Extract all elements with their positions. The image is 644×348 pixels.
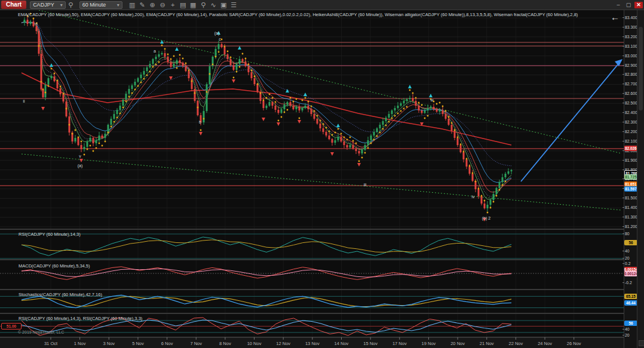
candle-body (63, 94, 65, 101)
candle-body (41, 54, 42, 90)
candle-body (239, 59, 241, 64)
indicators-icon[interactable]: ∿ (208, 1, 219, 9)
sar-dot (114, 121, 115, 123)
sar-dot (84, 154, 85, 156)
candle-body (242, 59, 244, 61)
sar-dot (116, 117, 118, 119)
candle-body (245, 61, 247, 66)
sar-dot (209, 73, 211, 75)
scrollbar-handle[interactable] (639, 27, 643, 110)
candle-body (93, 138, 94, 143)
axis-tick-label: 40 (625, 327, 630, 331)
interval-select[interactable]: 60 Minute ▾ (79, 1, 122, 9)
sar-dot (493, 201, 495, 203)
sar-dot (290, 97, 292, 99)
sar-dot (349, 137, 351, 138)
drawing-tools-icon[interactable]: ✎ (137, 1, 148, 9)
candle-body (272, 102, 274, 106)
axis-tick-label: 81.900 (625, 158, 637, 162)
sar-dot (158, 61, 160, 63)
crosshair-icon[interactable]: + (168, 1, 178, 8)
axis-tick-label: 83.400 (625, 16, 637, 20)
rsi-level-left-badge: 51.00 (1, 323, 22, 329)
sar-dot (254, 76, 256, 78)
axis-settings-button[interactable] (639, 340, 644, 346)
candle-body (38, 31, 40, 54)
chart-canvas[interactable]: iiiv(a)a(a)cbiiiwiv(b) 231 Oct1 Nov3 Nov… (0, 0, 644, 348)
axis-tick-label: 82.800 (625, 72, 637, 76)
toolbar-icons: ▥✎⊕⊖+▤▦⚲∿▣☰ (127, 1, 239, 9)
sar-dot (242, 53, 244, 55)
sar-dot (346, 139, 348, 141)
sar-dot (131, 93, 133, 94)
chart-tab[interactable]: Chart (1, 1, 26, 9)
candle-body (487, 205, 489, 208)
vertical-scrollbar[interactable] (637, 10, 644, 348)
properties-icon[interactable]: ▣ (219, 1, 229, 9)
minimize-button[interactable]: – (614, 2, 622, 8)
sar-dot (361, 157, 363, 159)
sar-dot (128, 96, 130, 98)
time-axis-label: 6 Nov (161, 341, 173, 346)
candle-body (332, 139, 333, 143)
sar-dot (311, 106, 312, 107)
axis-tick-label: 83.000 (625, 54, 637, 58)
axis-value-badge: 81.725 (624, 174, 637, 180)
candle-body (403, 101, 405, 103)
sar-dot (305, 97, 306, 99)
candle-body (311, 109, 312, 114)
sar-dot (134, 89, 136, 91)
candle-body (224, 47, 226, 54)
candle-body (430, 107, 432, 108)
wave-annotation: iii (364, 183, 367, 187)
zoom-out-icon[interactable]: ⊖ (158, 1, 168, 9)
chart-style-icon[interactable]: ▥ (127, 1, 137, 9)
go-to-end-arrow-icon[interactable]: ← (611, 12, 620, 22)
zoom-in-icon[interactable]: ⊕ (148, 1, 158, 9)
sar-dot (355, 143, 357, 144)
candle-body (27, 20, 29, 24)
candle-body (45, 85, 47, 97)
axis-tick-label: 82.400 (625, 110, 637, 115)
sar-dot (463, 151, 465, 153)
candle-body (463, 152, 465, 159)
chart-trader-icon[interactable]: ▦ (188, 1, 198, 9)
candle-body (140, 75, 142, 78)
sar-dot (122, 107, 124, 109)
interval-label: 60 Minute (82, 2, 106, 8)
sar-dot (149, 71, 151, 73)
sar-dot (203, 118, 205, 120)
sar-dot (370, 143, 372, 144)
instrument-lookup-icon[interactable]: ⚲ (198, 1, 208, 9)
sar-dot (75, 130, 76, 131)
candle-body (502, 177, 504, 182)
sar-dot (57, 80, 59, 82)
sar-dot (233, 77, 235, 79)
close-button[interactable]: ✕ (634, 2, 643, 8)
sar-dot (206, 91, 208, 93)
axis-value-badge: 56 (624, 240, 637, 245)
search-icon[interactable]: ⚲ (66, 1, 76, 9)
sar-dot (332, 134, 333, 136)
candle-body (439, 110, 441, 112)
candle-body (352, 145, 354, 149)
sar-dot (155, 64, 157, 66)
sar-dot (314, 110, 315, 112)
candle-body (320, 124, 321, 128)
instrument-select[interactable]: CADJPY ▾ (30, 1, 66, 9)
candle-body (293, 106, 295, 109)
maximize-button[interactable]: ▢ (624, 2, 633, 8)
axis-tick-label: 20 (625, 256, 630, 260)
axis-tick-label: 83.200 (625, 35, 637, 39)
sar-dot (421, 104, 423, 106)
panel-list-icon[interactable]: ☰ (229, 1, 239, 9)
candle-body (370, 135, 372, 140)
axis-tick-label: 83.300 (625, 25, 637, 29)
price-axis[interactable]: 804020560.2-0.20.001540.0012465.1546.444… (624, 10, 637, 348)
candle-body (185, 66, 187, 71)
candle-body (284, 104, 286, 109)
sar-dot (179, 54, 181, 56)
sar-dot (427, 115, 429, 117)
data-series-icon[interactable]: ▤ (178, 1, 188, 9)
candle-body (263, 101, 265, 108)
